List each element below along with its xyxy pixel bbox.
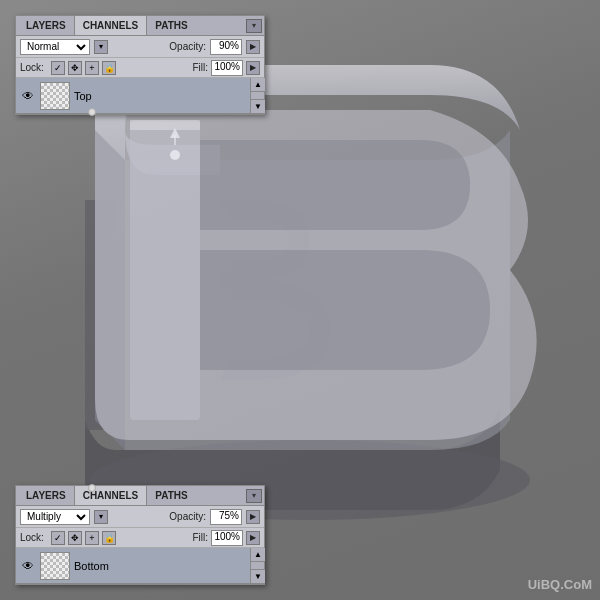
lock-all-top[interactable]: 🔒 xyxy=(102,61,116,75)
panel-top-tabs: LAYERS CHANNELS PATHS ▾ xyxy=(16,16,264,36)
opacity-arrow-bottom[interactable]: ▶ xyxy=(246,510,260,524)
blend-mode-top[interactable]: Normal Multiply Screen xyxy=(20,39,90,55)
lock-label-top: Lock: xyxy=(20,62,48,73)
scrollbar-up-bottom[interactable]: ▲ xyxy=(251,548,265,562)
canvas-area: LAYERS CHANNELS PATHS ▾ Normal Multiply … xyxy=(0,0,600,600)
blend-mode-bottom-arrow[interactable]: ▾ xyxy=(94,510,108,524)
fill-arrow-top[interactable]: ▶ xyxy=(246,61,260,75)
opacity-label-top: Opacity: xyxy=(169,41,206,52)
lock-move-bottom[interactable]: ✥ xyxy=(68,531,82,545)
fill-value-top[interactable]: 100% xyxy=(211,60,243,76)
fill-arrow-bottom[interactable]: ▶ xyxy=(246,531,260,545)
lock-brush-bottom[interactable]: + xyxy=(85,531,99,545)
lock-brush-top[interactable]: + xyxy=(85,61,99,75)
panel-bottom-menu-btn[interactable]: ▾ xyxy=(246,489,262,503)
panel-top-blend-row: Normal Multiply Screen ▾ Opacity: 90% ▶ xyxy=(16,36,264,58)
scrollbar-down-top[interactable]: ▼ xyxy=(251,99,265,113)
connection-dot-bottom xyxy=(88,484,96,492)
panel-top-lock-row: Lock: ✓ ✥ + 🔒 Fill: 100% ▶ xyxy=(16,58,264,78)
panel-bottom-lock-row: Lock: ✓ ✥ + 🔒 Fill: 100% ▶ xyxy=(16,528,264,548)
fill-label-top: Fill: xyxy=(192,62,208,73)
lock-all-bottom[interactable]: 🔒 xyxy=(102,531,116,545)
layer-name-bottom: Bottom xyxy=(74,560,109,572)
panel-bottom-layer-row: 👁 Bottom ▲ ▼ xyxy=(16,548,264,584)
opacity-value-bottom[interactable]: 75% xyxy=(210,509,242,525)
fill-value-bottom[interactable]: 100% xyxy=(211,530,243,546)
panel-bottom-tabs: LAYERS CHANNELS PATHS ▾ xyxy=(16,486,264,506)
connection-dot-top xyxy=(88,108,96,116)
opacity-value-top[interactable]: 90% xyxy=(210,39,242,55)
lock-move-top[interactable]: ✥ xyxy=(68,61,82,75)
layer-eye-bottom[interactable]: 👁 xyxy=(20,558,36,574)
tab-layers-bottom[interactable]: LAYERS xyxy=(18,486,74,505)
tab-channels-top[interactable]: CHANNELS xyxy=(74,16,148,35)
panel-top-layer-row: 👁 Top ▲ ▼ xyxy=(16,78,264,114)
layer-thumb-top xyxy=(40,82,70,110)
panel-top-menu-btn[interactable]: ▾ xyxy=(246,19,262,33)
svg-point-3 xyxy=(170,150,180,160)
layer-name-top: Top xyxy=(74,90,92,102)
lock-check-top[interactable]: ✓ xyxy=(51,61,65,75)
blend-mode-bottom[interactable]: Multiply Normal Screen xyxy=(20,509,90,525)
tab-layers-top[interactable]: LAYERS xyxy=(18,16,74,35)
lock-check-bottom[interactable]: ✓ xyxy=(51,531,65,545)
opacity-label-bottom: Opacity: xyxy=(169,511,206,522)
layer-eye-top[interactable]: 👁 xyxy=(20,88,36,104)
watermark: UiBQ.CoM xyxy=(528,577,592,592)
tab-paths-top[interactable]: PATHS xyxy=(147,16,195,35)
blend-mode-top-arrow[interactable]: ▾ xyxy=(94,40,108,54)
opacity-arrow-top[interactable]: ▶ xyxy=(246,40,260,54)
panel-top-scrollbar[interactable]: ▲ ▼ xyxy=(250,78,264,113)
svg-rect-2 xyxy=(130,120,200,420)
fill-label-bottom: Fill: xyxy=(192,532,208,543)
layer-thumb-bottom xyxy=(40,552,70,580)
scrollbar-down-bottom[interactable]: ▼ xyxy=(251,569,265,583)
panel-bottom-blend-row: Multiply Normal Screen ▾ Opacity: 75% ▶ xyxy=(16,506,264,528)
panel-bottom-scrollbar[interactable]: ▲ ▼ xyxy=(250,548,264,583)
panel-bottom: LAYERS CHANNELS PATHS ▾ Multiply Normal … xyxy=(15,485,265,585)
tab-channels-bottom[interactable]: CHANNELS xyxy=(74,486,148,505)
tab-paths-bottom[interactable]: PATHS xyxy=(147,486,195,505)
lock-label-bottom: Lock: xyxy=(20,532,48,543)
scrollbar-up-top[interactable]: ▲ xyxy=(251,78,265,92)
panel-top: LAYERS CHANNELS PATHS ▾ Normal Multiply … xyxy=(15,15,265,115)
